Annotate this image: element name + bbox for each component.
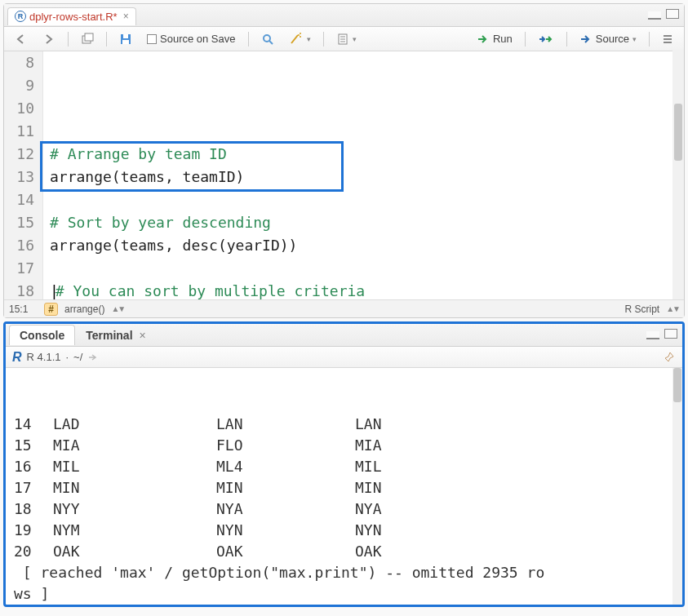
separator bbox=[649, 32, 650, 47]
section-indicator-icon: # bbox=[44, 303, 58, 316]
console-row: 20OAKOAKOAK bbox=[14, 541, 674, 562]
save-button[interactable] bbox=[113, 29, 138, 49]
pane-window-controls bbox=[648, 8, 679, 20]
code-tools-button[interactable]: ▾ bbox=[283, 29, 317, 49]
code-line[interactable]: # Arrange by team ID bbox=[50, 143, 677, 166]
language-mode[interactable]: R Script bbox=[625, 304, 660, 315]
console-message: ws ] bbox=[14, 583, 674, 605]
code-line[interactable]: arrange(teams, teamID) bbox=[50, 166, 677, 188]
nav-forward-button[interactable] bbox=[37, 30, 61, 48]
tab-console[interactable]: Console bbox=[9, 325, 75, 345]
r-logo-icon: R bbox=[12, 350, 22, 365]
editor-statusbar: 15:1 # arrange() ▲▼ R Script ▲▼ bbox=[4, 299, 684, 317]
minimize-button[interactable] bbox=[646, 331, 659, 339]
cursor-position: 15:1 bbox=[9, 304, 28, 315]
file-tab-label: dplyr-rows-start.R* bbox=[29, 11, 118, 23]
dot-separator: · bbox=[65, 351, 69, 363]
console-tabs: Console Terminal × bbox=[6, 324, 682, 347]
compile-report-button[interactable]: ▾ bbox=[331, 29, 362, 49]
outline-button[interactable] bbox=[656, 30, 679, 48]
separator bbox=[525, 32, 526, 47]
console-row: 16MILML4MIL bbox=[14, 456, 674, 477]
separator bbox=[248, 32, 249, 47]
source-pane: R dplyr-rows-start.R* × Source on Save bbox=[3, 3, 685, 318]
checkbox-icon bbox=[147, 34, 157, 44]
console-row: 18NYYNYANYA bbox=[14, 499, 674, 520]
console-row: 14LADLANLAN bbox=[14, 414, 674, 435]
svg-rect-4 bbox=[122, 40, 129, 44]
close-icon[interactable]: × bbox=[123, 11, 129, 22]
updown-icon[interactable]: ▲▼ bbox=[666, 304, 679, 313]
minimize-button[interactable] bbox=[648, 11, 661, 20]
source-on-save-toggle[interactable]: Source on Save bbox=[141, 29, 242, 48]
console-row: 15MIAFLOMIA bbox=[14, 435, 674, 456]
working-directory[interactable]: ~/ bbox=[73, 351, 82, 363]
code-line[interactable] bbox=[50, 120, 677, 143]
source-on-save-label: Source on Save bbox=[160, 33, 236, 45]
svg-line-6 bbox=[269, 41, 273, 44]
code-line[interactable]: # Sort by year descending bbox=[50, 211, 677, 234]
share-icon[interactable] bbox=[87, 352, 99, 362]
updown-icon[interactable]: ▲▼ bbox=[111, 304, 124, 313]
source-label: Source bbox=[596, 33, 629, 45]
clear-console-icon[interactable] bbox=[663, 351, 676, 364]
console-message: [ reached 'max' / getOption("max.print")… bbox=[14, 562, 674, 583]
editor-scrollbar[interactable] bbox=[672, 50, 684, 299]
svg-point-8 bbox=[300, 36, 301, 38]
console-pane: Console Terminal × R R 4.1.1 · ~/ 14LADL… bbox=[3, 321, 685, 607]
show-in-new-window-button[interactable] bbox=[75, 29, 100, 49]
run-button[interactable]: Run bbox=[471, 29, 518, 48]
svg-rect-1 bbox=[85, 33, 93, 41]
code-area[interactable]: # Arrange by team IDarrange(teams, teamI… bbox=[43, 51, 684, 299]
console-output[interactable]: 14LADLANLAN15MIAFLOMIA16MILML4MIL17MINMI… bbox=[6, 368, 682, 605]
svg-point-5 bbox=[264, 35, 270, 42]
console-row: 17MINMINMIN bbox=[14, 477, 674, 499]
maximize-button[interactable] bbox=[666, 9, 679, 19]
separator bbox=[68, 32, 69, 47]
tab-console-label: Console bbox=[20, 329, 64, 342]
separator bbox=[566, 32, 567, 47]
r-version: R 4.1.1 bbox=[27, 351, 61, 363]
svg-point-9 bbox=[300, 33, 301, 34]
line-gutter: 89101112131415161718 bbox=[4, 51, 43, 299]
tab-terminal-label: Terminal bbox=[86, 329, 132, 342]
console-row: 19NYMNYNNYN bbox=[14, 520, 674, 541]
section-indicator-label[interactable]: arrange() bbox=[64, 304, 104, 315]
console-info-bar: R R 4.1.1 · ~/ bbox=[6, 347, 682, 368]
find-button[interactable] bbox=[255, 29, 280, 49]
code-line[interactable]: |# You can sort by multiple criteria bbox=[50, 280, 677, 299]
maximize-button[interactable] bbox=[664, 329, 677, 339]
r-file-icon: R bbox=[15, 11, 26, 22]
svg-point-7 bbox=[298, 34, 300, 36]
svg-rect-3 bbox=[123, 34, 128, 38]
code-editor[interactable]: 89101112131415161718 # Arrange by team I… bbox=[4, 51, 684, 299]
separator bbox=[106, 32, 107, 47]
run-label: Run bbox=[493, 33, 513, 45]
editor-tabs: R dplyr-rows-start.R* × bbox=[4, 4, 684, 27]
console-scrollbar[interactable] bbox=[672, 368, 682, 605]
code-line[interactable]: arrange(teams, desc(yearID)) bbox=[50, 234, 677, 257]
rerun-button[interactable] bbox=[532, 30, 560, 48]
code-line[interactable] bbox=[50, 257, 677, 280]
pane-window-controls bbox=[646, 328, 677, 339]
tab-terminal[interactable]: Terminal × bbox=[75, 325, 156, 345]
separator bbox=[323, 32, 324, 47]
code-line[interactable] bbox=[50, 188, 677, 211]
source-button[interactable]: Source ▾ bbox=[574, 29, 642, 48]
close-icon[interactable]: × bbox=[139, 329, 145, 342]
editor-toolbar: Source on Save ▾ ▾ Run Source ▾ bbox=[4, 27, 684, 51]
file-tab[interactable]: R dplyr-rows-start.R* × bbox=[7, 7, 136, 25]
nav-back-button[interactable] bbox=[9, 30, 33, 48]
